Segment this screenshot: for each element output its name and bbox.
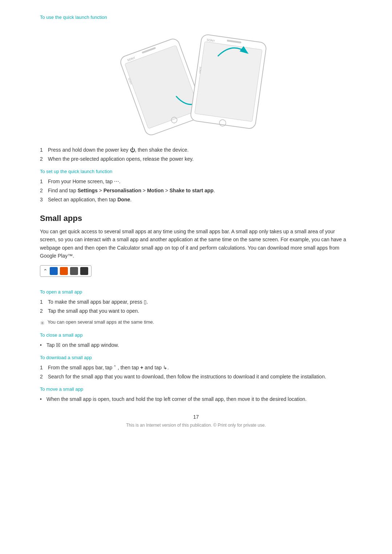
move-text: When the small app is open, touch and ho… [46,395,307,403]
tip-row: ✳ You can open several small apps at the… [40,319,352,327]
setup-step-2: 2 Find and tap Settings > Personalisatio… [40,187,352,194]
move-bullet-list: • When the small app is open, touch and … [40,395,352,403]
footer-text: This is an Internet version of this publ… [40,423,352,428]
download-small-app-heading: To download a small app [40,355,352,360]
setup-step-3: 3 Select an application, then tap Done. [40,196,352,204]
setup-steps: 1 From your Home screen, tap ⋯. 2 Find a… [40,178,352,204]
small-apps-title: Small apps [40,214,352,223]
open-step-2: 2 Tap the small app that you want to ope… [40,307,352,315]
page-number: 17 [40,414,352,420]
bar-icon-4 [80,267,88,275]
open-steps: 1 To make the small apps bar appear, pre… [40,298,352,315]
close-small-app-heading: To close a small app [40,332,352,338]
download-step-1: 1 From the small apps bar, tap ˄ , then … [40,364,352,372]
step-2: 2 When the pre-selected application open… [40,155,352,163]
small-apps-bar: ⌃ [40,265,91,277]
diagram-area: SONY SONY SONY SONY [40,24,352,136]
open-small-app-section: To open a small app 1 To make the small … [40,289,352,327]
step-1: 1 Press and hold down the power key ⏻, t… [40,146,352,154]
move-small-app-section: To move a small app • When the small app… [40,386,352,403]
download-steps: 1 From the small apps bar, tap ˄ , then … [40,364,352,381]
move-item: • When the small app is open, touch and … [40,395,352,403]
open-step-1: 1 To make the small apps bar appear, pre… [40,298,352,306]
quick-launch-steps: 1 Press and hold down the power key ⏻, t… [40,146,352,163]
bar-chevron: ⌃ [43,268,48,274]
close-small-app-section: To close a small app • Tap ☒ on the smal… [40,332,352,349]
phones-diagram: SONY SONY SONY SONY [105,24,287,136]
bar-icon-2 [60,267,68,275]
small-apps-section: Small apps You can get quick access to s… [40,214,352,283]
setup-step-1: 1 From your Home screen, tap ⋯. [40,178,352,185]
move-small-app-heading: To move a small app [40,386,352,392]
tip-text: You can open several small apps at the s… [48,319,154,325]
setup-quick-launch-heading: To set up the quick launch function [40,169,352,174]
setup-quick-launch-section: To set up the quick launch function 1 Fr… [40,169,352,204]
open-small-app-heading: To open a small app [40,289,352,295]
close-item: • Tap ☒ on the small app window. [40,341,352,349]
download-small-app-section: To download a small app 1 From the small… [40,355,352,381]
download-step-2: 2 Search for the small app that you want… [40,373,352,381]
quick-launch-heading: To use the quick launch function [40,15,352,20]
close-bullet-list: • Tap ☒ on the small app window. [40,341,352,349]
bar-icon-3 [70,267,78,275]
tip-icon: ✳ [40,320,45,327]
svg-rect-7 [195,42,262,122]
small-apps-intro: You can get quick access to several smal… [40,227,352,260]
bar-icon-1 [50,267,58,275]
quick-launch-section: To use the quick launch function SONY SO… [40,15,352,163]
